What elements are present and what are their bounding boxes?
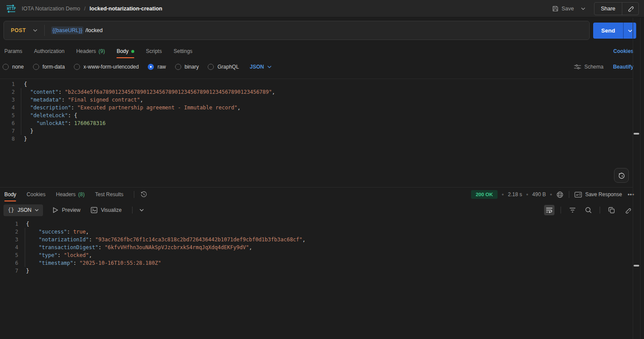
response-format-selector[interactable]: {} JSON: [3, 204, 43, 216]
send-button[interactable]: Send: [593, 23, 623, 39]
chevron-down-icon: [35, 209, 39, 211]
line-number: 5: [0, 252, 18, 258]
copy-link-button[interactable]: [622, 5, 638, 12]
code-line[interactable]: 8}: [0, 135, 633, 143]
code-line[interactable]: 2 "success": true,: [0, 228, 633, 236]
radio-icon: [33, 64, 39, 70]
code-line[interactable]: 7 }: [0, 127, 633, 135]
postbot-button[interactable]: [614, 168, 629, 183]
tab-scripts[interactable]: Scripts: [146, 44, 162, 58]
body-type-form-data[interactable]: form-data: [33, 64, 65, 70]
tab-authorization[interactable]: Authorization: [34, 44, 64, 58]
cookies-link[interactable]: Cookies: [613, 44, 634, 58]
word-wrap-button[interactable]: [544, 205, 554, 215]
code-line[interactable]: 4 "description": "Executed partnership a…: [0, 104, 633, 112]
share-button-group: Share: [594, 2, 639, 15]
save-options-button[interactable]: [578, 5, 589, 13]
radio-icon: [208, 64, 214, 70]
code-line[interactable]: 1{: [0, 80, 633, 88]
copy-icon: [608, 207, 615, 214]
tab-settings[interactable]: Settings: [173, 44, 192, 58]
raw-format-selector[interactable]: JSON: [250, 64, 272, 70]
breadcrumb-separator: /: [84, 6, 86, 12]
breadcrumb-request-name[interactable]: locked-notarization-creation: [90, 6, 162, 12]
response-tab-test-results[interactable]: Test Results: [95, 188, 123, 201]
code-line[interactable]: 2 "content": "b2c3d4e5f6a789012345678901…: [0, 88, 633, 96]
code-text: }: [15, 136, 27, 142]
body-type-urlencoded[interactable]: x-www-form-urlencoded: [74, 64, 139, 70]
schema-button[interactable]: Schema: [574, 64, 604, 70]
code-line[interactable]: 3 "metadata": "Final signed contract",: [0, 96, 633, 104]
copy-response-button[interactable]: [606, 205, 617, 215]
code-line[interactable]: 5 "deleteLock": {: [0, 112, 633, 119]
code-line[interactable]: 7}: [0, 267, 633, 275]
code-line[interactable]: 4 "transactionDigest": "6kfvVHfhn3ouNAkS…: [0, 244, 633, 251]
line-number: 7: [0, 128, 15, 134]
share-button[interactable]: Share: [594, 6, 622, 12]
preview-button[interactable]: Preview: [53, 207, 80, 213]
body-type-binary[interactable]: binary: [175, 64, 199, 70]
request-scrollbar-thumb[interactable]: [634, 133, 639, 135]
response-history-button[interactable]: [140, 191, 147, 198]
code-line[interactable]: 1{: [0, 220, 633, 228]
code-text: }: [15, 128, 33, 134]
code-text: "notarizationId": "93ac7626fbc76f1c14ca3…: [18, 237, 305, 243]
url-path: /locked: [85, 27, 103, 33]
postbot-sparkle-icon: [617, 171, 625, 179]
response-size[interactable]: 490 B: [532, 191, 546, 197]
tab-body[interactable]: Body: [116, 44, 134, 58]
link-icon: [624, 207, 631, 214]
visualize-button[interactable]: Visualize: [91, 207, 122, 213]
indent-guide: [21, 88, 21, 135]
response-scrollbar-thumb[interactable]: [634, 265, 639, 267]
breadcrumb-collection[interactable]: IOTA Notarization Demo: [22, 6, 80, 12]
chevron-down-icon: [139, 209, 144, 211]
editor-actions: Schema Beautify: [574, 60, 634, 74]
response-tab-body[interactable]: Body: [4, 188, 16, 201]
header-actions: Save Share: [549, 2, 639, 15]
code-text: }: [18, 268, 29, 274]
line-number: 2: [0, 229, 18, 235]
code-line[interactable]: 6 "unlockAt": 1760678316: [0, 119, 633, 127]
separator: [569, 191, 569, 198]
url-variable[interactable]: {{baseURL}}: [51, 26, 84, 34]
separator: [132, 207, 133, 214]
response-body-editor[interactable]: 1{2 "success": true,3 "notarizationId": …: [0, 219, 633, 339]
body-type-raw[interactable]: raw: [148, 64, 166, 70]
dot-separator: ●: [550, 192, 552, 197]
chevron-down-icon: [33, 29, 37, 32]
response-link-button[interactable]: [622, 205, 633, 215]
headers-count: (9): [99, 48, 105, 54]
tab-params[interactable]: Params: [4, 44, 22, 58]
format-more-button[interactable]: [139, 209, 144, 211]
method-dropdown-button[interactable]: [33, 29, 44, 32]
filter-button[interactable]: [567, 205, 578, 215]
line-number: 8: [0, 136, 15, 142]
response-tab-cookies[interactable]: Cookies: [27, 188, 45, 201]
save-button[interactable]: Save: [549, 3, 578, 14]
line-number: 3: [0, 97, 15, 103]
tab-headers[interactable]: Headers(9): [76, 44, 105, 58]
link-icon: [627, 5, 634, 12]
network-info-button[interactable]: [556, 191, 564, 198]
search-button[interactable]: [583, 205, 594, 215]
beautify-button[interactable]: Beautify: [613, 64, 634, 70]
sliders-icon: [574, 64, 581, 69]
request-body-editor[interactable]: 1{2 "content": "b2c3d4e5f6a7890123456789…: [0, 79, 633, 187]
body-type-graphql[interactable]: GraphQL: [208, 64, 239, 70]
status-badge[interactable]: 200 OK: [471, 190, 498, 199]
url-input[interactable]: {{baseURL}} /locked: [51, 26, 103, 34]
code-line[interactable]: 3 "notarizationId": "93ac7626fbc76f1c14c…: [0, 236, 633, 244]
code-line[interactable]: 6 "timestamp": "2025-10-16T10:55:28.180Z…: [0, 259, 633, 267]
method-selector[interactable]: POST: [4, 27, 33, 33]
save-response-button[interactable]: Save Response: [574, 191, 622, 197]
word-wrap-icon: [546, 207, 553, 213]
code-text: {: [15, 81, 27, 87]
filter-icon: [569, 207, 576, 213]
code-line[interactable]: 5 "type": "locked",: [0, 251, 633, 259]
response-time[interactable]: 2.18 s: [508, 191, 522, 197]
body-type-none[interactable]: none: [3, 64, 24, 70]
line-number: 6: [0, 260, 18, 266]
code-text: {: [18, 221, 29, 227]
response-tab-headers[interactable]: Headers(8): [56, 188, 85, 201]
